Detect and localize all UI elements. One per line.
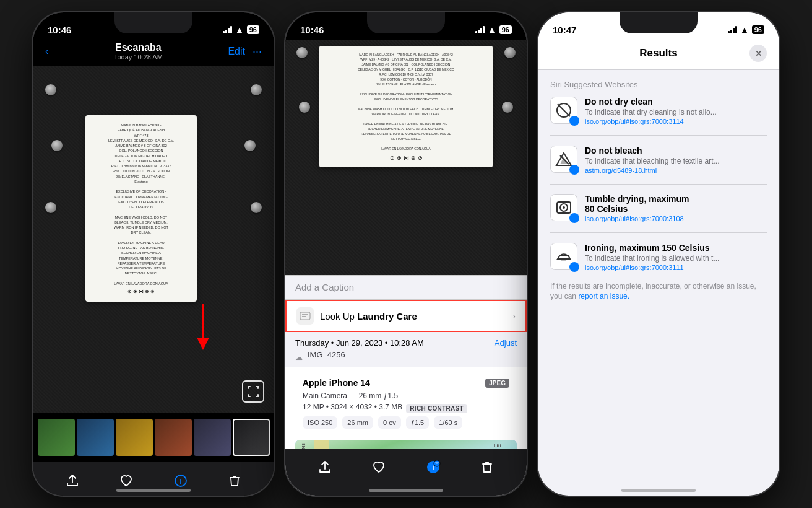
format-badge: JPEG: [485, 379, 509, 388]
photo-area-1: MADE IN BANGLADESH - FABRIQUÉ AU BANGLAD…: [33, 66, 274, 413]
thumbnail-6-selected[interactable]: [233, 419, 270, 456]
caption-placeholder[interactable]: Add a Caption: [295, 282, 354, 292]
status-icons-3: ▲ 96: [728, 25, 764, 35]
result-badge-2: [569, 165, 579, 175]
report-issue-link[interactable]: report an issue.: [578, 292, 629, 300]
result-link-3[interactable]: iso.org/obp/ui#iso:grs:7000:3108: [585, 215, 767, 222]
thumbnail-5[interactable]: [194, 419, 231, 456]
svg-point-12: [571, 118, 577, 124]
home-indicator-1: [116, 489, 191, 492]
svg-text:i: i: [179, 478, 181, 485]
camera-lens: Main Camera — 26 mm ƒ1.5: [303, 392, 509, 400]
signal-icon-1: [223, 26, 232, 33]
nav-title-1: Escanaba: [114, 42, 163, 53]
rivet-5: [45, 202, 56, 213]
thumbnail-strip-1: [33, 413, 274, 462]
delete-button-2[interactable]: [473, 453, 501, 481]
result-link-4[interactable]: iso.org/obp/ui#iso:grs:7000:3111: [585, 264, 767, 271]
clothing-label-1: MADE IN BANGLADESH - FABRIQUÉ AU BANGLAD…: [85, 115, 197, 302]
result-info-1: Do not dry clean To indicate that dry cl…: [585, 97, 767, 125]
result-info-4: Ironing, maximum 150 Celsius To indicate…: [585, 243, 767, 271]
thumbnail-4[interactable]: [155, 419, 192, 456]
svg-point-16: [571, 167, 577, 173]
divider-2: [550, 184, 767, 185]
info-section-2: Thursday • Jun 29, 2023 • 10:28 AM Adjus…: [285, 332, 527, 367]
result-item-no-bleach[interactable]: Do not bleach To indicate that bleaching…: [550, 146, 767, 174]
clothing-label-2: MADE IN BANGLADESH - FABRIQUÉ AU BANGLAD…: [319, 46, 493, 167]
back-button-1[interactable]: ‹: [45, 46, 48, 57]
status-icons-1: ▲ 96: [223, 25, 259, 35]
ev-cell: 0 ev: [378, 416, 401, 429]
svg-rect-21: [561, 259, 566, 261]
aperture-cell: ƒ1.5: [406, 416, 429, 429]
result-title-3: Tumble drying, maximum80 Celsius: [585, 194, 767, 214]
result-badge-4: [569, 262, 579, 272]
no-dry-clean-icon: [550, 97, 577, 124]
scan-icon-1[interactable]: [242, 380, 264, 403]
red-arrow: [188, 304, 218, 356]
result-title-1: Do not dry clean: [585, 97, 767, 107]
battery-1: 96: [247, 25, 259, 34]
specs-row-2: 12 MP • 3024 × 4032 • 3.7 MB RICH CONTRA…: [303, 403, 509, 414]
signal-icon-2: [475, 26, 485, 33]
svg-point-20: [571, 215, 577, 221]
phones-container: 10:46 ▲ 96 ‹ Escana: [0, 0, 812, 508]
time-2: 10:46: [300, 25, 324, 35]
nav-center-1: Escanaba Today 10:28 AM: [114, 42, 163, 61]
thumbnail-1[interactable]: [38, 419, 75, 456]
back-chevron-icon: ‹: [45, 46, 48, 57]
tumble-dry-icon: [550, 194, 577, 221]
svg-point-22: [571, 264, 577, 270]
result-title-4: Ironing, maximum 150 Celsius: [585, 243, 767, 253]
results-header: Results ✕: [538, 40, 779, 70]
thumbnail-2[interactable]: [77, 419, 114, 456]
nav-bar-1: ‹ Escanaba Today 10:28 AM Edit ···: [33, 40, 274, 66]
divider-1: [550, 135, 767, 136]
result-link-2[interactable]: astm.org/d5489-18.html: [585, 167, 767, 174]
disclaimer: If the results are incomplete, inaccurat…: [550, 281, 767, 302]
time-3: 10:47: [553, 25, 576, 35]
share-button-2[interactable]: [311, 453, 339, 481]
info-date: Thursday • Jun 29, 2023 • 10:28 AM: [295, 338, 424, 348]
cloud-icon: ☁: [295, 353, 303, 362]
rivet-p2-1: [296, 47, 308, 58]
lookup-icon: [296, 307, 314, 325]
adjust-button[interactable]: Adjust: [495, 338, 517, 348]
svg-line-11: [558, 104, 570, 116]
shutter-cell: 1/60 s: [434, 416, 462, 429]
result-info-2: Do not bleach To indicate that bleaching…: [585, 146, 767, 174]
result-item-no-dry-clean[interactable]: Do not dry clean To indicate that dry cl…: [550, 97, 767, 125]
thumbnail-3[interactable]: [116, 419, 153, 456]
more-button-1[interactable]: ···: [253, 45, 262, 58]
signal-icon-3: [728, 26, 737, 33]
rivet-4: [244, 140, 256, 151]
result-item-tumble-dry[interactable]: Tumble drying, maximum80 Celsius iso.org…: [550, 194, 767, 222]
delete-button-1[interactable]: [221, 467, 248, 494]
svg-point-19: [563, 206, 565, 209]
focal-cell: 26 mm: [342, 416, 373, 429]
favorite-button-2[interactable]: [365, 453, 392, 481]
camera-resolution: 12 MP • 3024 × 4032 • 3.7 MB: [303, 403, 402, 411]
lookup-bar[interactable]: Look Up Laundry Care ›: [285, 300, 527, 332]
result-badge-1: [569, 116, 579, 126]
result-item-ironing[interactable]: Ironing, maximum 150 Celsius To indicate…: [550, 243, 767, 271]
edit-button-1[interactable]: Edit: [228, 46, 245, 57]
rivet-p2-3: [299, 102, 310, 113]
nav-subtitle-1: Today 10:28 AM: [114, 53, 163, 61]
rivet-2: [251, 84, 262, 95]
lookup-chevron-icon: ›: [512, 311, 516, 321]
info-button-2[interactable]: i: [420, 453, 447, 481]
camera-card-header: Apple iPhone 14 JPEG: [303, 378, 509, 388]
phone-1: 10:46 ▲ 96 ‹ Escana: [33, 12, 274, 496]
result-desc-2: To indicate that bleaching the textile a…: [585, 157, 767, 165]
wifi-icon-2: ▲: [488, 25, 496, 35]
share-button-1[interactable]: [59, 467, 86, 494]
result-link-1[interactable]: iso.org/obp/ui#iso:grs:7000:3114: [585, 118, 767, 125]
rivet-6: [251, 202, 262, 213]
divider-3: [550, 232, 767, 233]
rivet-p2-4: [502, 102, 513, 113]
photo-area-2: MADE IN BANGLADESH - FABRIQUÉ AU BANGLAD…: [285, 40, 527, 275]
close-button[interactable]: ✕: [749, 45, 767, 62]
rivet-p2-2: [504, 47, 516, 58]
results-content: Siri Suggested Websites Do not dry clea: [538, 70, 779, 470]
